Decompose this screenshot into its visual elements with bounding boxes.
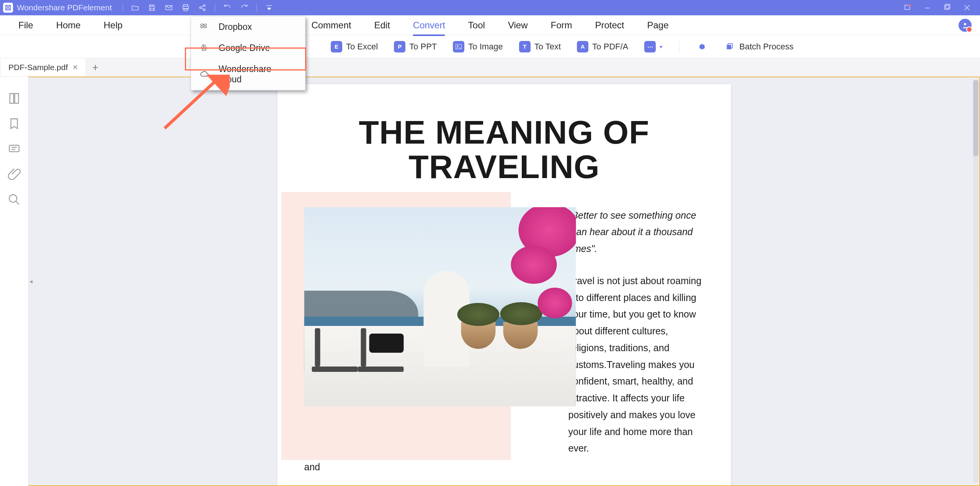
- undo-icon[interactable]: [219, 0, 236, 15]
- menubar: File Home Help Comment Edit Convert Tool…: [0, 15, 980, 35]
- dropdown-icon[interactable]: [261, 0, 278, 15]
- titlebar: Wondershare PDFelement: [0, 0, 980, 15]
- right-column: "Better to see something once than hear …: [568, 207, 704, 476]
- scrollbar-thumb[interactable]: [973, 80, 978, 156]
- dropbox-icon: [199, 22, 209, 32]
- menu-home[interactable]: Home: [45, 16, 92, 34]
- collapse-left-icon[interactable]: ◂: [28, 270, 34, 293]
- chevron-down-icon: ▾: [660, 44, 662, 50]
- svg-point-6: [204, 9, 206, 11]
- titlebar-separator: [122, 3, 123, 12]
- convert-toolbar: E To Excel P To PPT To Image T To Text A…: [0, 35, 980, 58]
- tool-label: Batch Process: [739, 42, 794, 52]
- minimize-icon[interactable]: [917, 0, 937, 15]
- close-tab-icon[interactable]: ✕: [72, 63, 78, 72]
- close-icon[interactable]: [957, 0, 977, 15]
- image-icon: [453, 41, 464, 52]
- svg-point-13: [457, 45, 458, 46]
- feedback-icon[interactable]: [897, 0, 917, 15]
- svg-rect-10: [946, 4, 950, 8]
- quote-text: "Better to see something once than hear …: [568, 207, 704, 257]
- document-tab[interactable]: PDF-Sample.pdf ✕: [1, 58, 86, 76]
- more-convert-button[interactable]: ⋯ ▾: [637, 39, 669, 55]
- cloud-destination-menu: Dropbox Google Drive Wondershare Cloud: [191, 16, 305, 90]
- svg-point-8: [909, 4, 911, 7]
- svg-rect-9: [945, 5, 949, 10]
- svg-point-5: [204, 5, 206, 7]
- app-logo: [3, 3, 13, 13]
- menu-file[interactable]: File: [7, 16, 45, 34]
- add-tab-button[interactable]: ＋: [86, 58, 105, 76]
- settings-button[interactable]: [689, 39, 715, 55]
- mail-icon[interactable]: [160, 0, 177, 15]
- document-canvas[interactable]: ◂ ▸ THE MEANING OF TRAVELING: [28, 77, 980, 486]
- menu-help[interactable]: Help: [92, 16, 134, 34]
- print-icon[interactable]: [177, 0, 194, 15]
- excel-icon: E: [331, 41, 342, 52]
- tab-page[interactable]: Page: [636, 17, 680, 34]
- tab-protect[interactable]: Protect: [583, 17, 635, 34]
- svg-rect-17: [10, 93, 13, 103]
- save-icon[interactable]: [144, 0, 160, 15]
- pdf-page: THE MEANING OF TRAVELING: [278, 84, 731, 486]
- tab-form[interactable]: Form: [539, 17, 583, 34]
- cloud-menu-google-drive[interactable]: Google Drive: [191, 38, 305, 59]
- to-excel-button[interactable]: E To Excel: [324, 39, 385, 55]
- main-area: ◂ ▸ THE MEANING OF TRAVELING: [0, 77, 980, 486]
- tab-view[interactable]: View: [497, 17, 539, 34]
- to-ppt-button[interactable]: P To PPT: [387, 39, 444, 55]
- ppt-icon: P: [394, 41, 405, 52]
- titlebar-separator: [256, 3, 257, 12]
- tool-label: To Text: [534, 42, 561, 52]
- tool-label: To PDF/A: [592, 42, 628, 52]
- svg-point-11: [964, 23, 966, 25]
- cloud-menu-dropbox[interactable]: Dropbox: [191, 16, 305, 38]
- body-paragraph: Travel is not just about roaming into di…: [568, 273, 704, 457]
- svg-point-20: [9, 195, 17, 202]
- svg-rect-3: [184, 8, 188, 11]
- cloud-icon: [199, 69, 209, 79]
- cloud-menu-label: Google Drive: [219, 43, 270, 53]
- to-text-button[interactable]: T To Text: [512, 39, 568, 55]
- more-icon: ⋯: [644, 41, 656, 52]
- tool-label: To PPT: [409, 42, 437, 52]
- toolbar-divider: [679, 40, 679, 53]
- svg-point-4: [199, 7, 201, 9]
- user-avatar[interactable]: [959, 19, 972, 32]
- left-sidebar: [0, 77, 28, 486]
- share-icon[interactable]: [194, 0, 211, 15]
- svg-rect-14: [727, 45, 732, 49]
- titlebar-separator: [215, 3, 215, 12]
- attachments-icon[interactable]: [8, 168, 21, 181]
- to-image-button[interactable]: To Image: [446, 39, 510, 55]
- document-tab-label: PDF-Sample.pdf: [8, 63, 68, 72]
- bookmark-icon[interactable]: [8, 117, 21, 130]
- maximize-icon[interactable]: [937, 0, 957, 15]
- svg-rect-18: [15, 93, 18, 103]
- tab-tool[interactable]: Tool: [457, 17, 497, 34]
- batch-process-button[interactable]: Batch Process: [717, 39, 800, 55]
- pdfa-icon: A: [577, 41, 588, 52]
- google-drive-icon: [199, 43, 209, 53]
- tool-label: To Image: [468, 42, 503, 52]
- tab-convert[interactable]: Convert: [402, 17, 457, 34]
- cloud-menu-wondershare[interactable]: Wondershare Cloud: [191, 59, 305, 90]
- svg-rect-19: [9, 145, 19, 152]
- search-icon[interactable]: [8, 193, 21, 206]
- to-pdfa-button[interactable]: A To PDF/A: [570, 39, 635, 55]
- vertical-scrollbar[interactable]: [973, 80, 978, 483]
- document-tabstrip: PDF-Sample.pdf ✕ ＋: [0, 58, 980, 77]
- batch-icon: [724, 41, 735, 52]
- open-folder-icon[interactable]: [127, 0, 144, 15]
- app-name: Wondershare PDFelement: [17, 3, 112, 12]
- tab-comment[interactable]: Comment: [300, 17, 363, 34]
- thumbnails-icon[interactable]: [8, 92, 21, 105]
- image-block: According to different studies, travelin…: [304, 207, 549, 476]
- redo-icon[interactable]: [236, 0, 253, 15]
- cloud-menu-label: Dropbox: [219, 22, 252, 32]
- cloud-menu-label: Wondershare Cloud: [219, 64, 297, 85]
- document-title: THE MEANING OF TRAVELING: [304, 115, 704, 184]
- travel-photo: [304, 207, 576, 406]
- comments-icon[interactable]: [8, 142, 21, 155]
- tab-edit[interactable]: Edit: [363, 17, 401, 34]
